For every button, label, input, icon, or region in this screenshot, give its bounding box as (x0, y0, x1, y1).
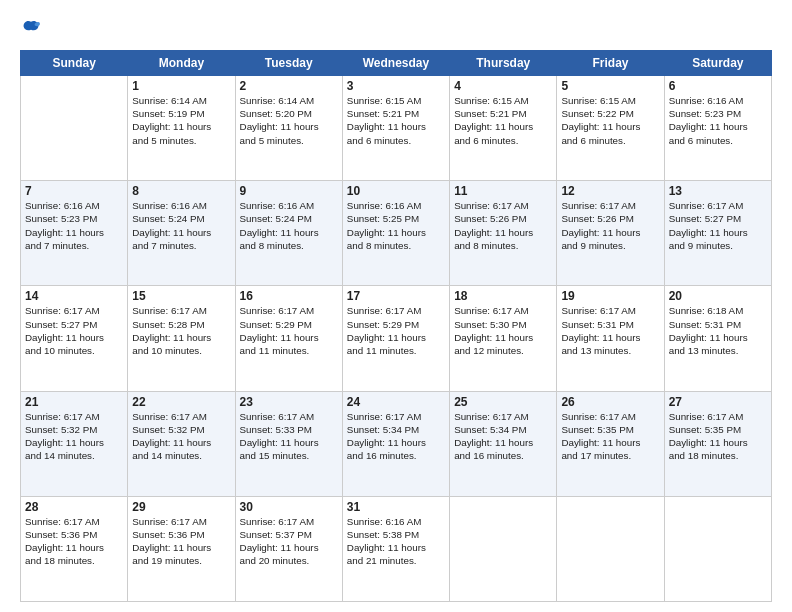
day-info: Sunrise: 6:16 AM Sunset: 5:25 PM Dayligh… (347, 199, 445, 252)
calendar-cell: 25Sunrise: 6:17 AM Sunset: 5:34 PM Dayli… (450, 391, 557, 496)
day-number: 22 (132, 395, 230, 409)
weekday-header-tuesday: Tuesday (235, 51, 342, 76)
calendar-cell: 5Sunrise: 6:15 AM Sunset: 5:22 PM Daylig… (557, 76, 664, 181)
weekday-header-sunday: Sunday (21, 51, 128, 76)
calendar-cell: 29Sunrise: 6:17 AM Sunset: 5:36 PM Dayli… (128, 496, 235, 601)
calendar-cell: 20Sunrise: 6:18 AM Sunset: 5:31 PM Dayli… (664, 286, 771, 391)
day-info: Sunrise: 6:17 AM Sunset: 5:35 PM Dayligh… (669, 410, 767, 463)
day-info: Sunrise: 6:14 AM Sunset: 5:20 PM Dayligh… (240, 94, 338, 147)
calendar: SundayMondayTuesdayWednesdayThursdayFrid… (20, 50, 772, 602)
weekday-header-wednesday: Wednesday (342, 51, 449, 76)
day-info: Sunrise: 6:17 AM Sunset: 5:32 PM Dayligh… (132, 410, 230, 463)
calendar-cell (450, 496, 557, 601)
calendar-cell: 10Sunrise: 6:16 AM Sunset: 5:25 PM Dayli… (342, 181, 449, 286)
day-number: 29 (132, 500, 230, 514)
day-number: 2 (240, 79, 338, 93)
day-number: 8 (132, 184, 230, 198)
day-info: Sunrise: 6:16 AM Sunset: 5:23 PM Dayligh… (669, 94, 767, 147)
calendar-cell: 1Sunrise: 6:14 AM Sunset: 5:19 PM Daylig… (128, 76, 235, 181)
day-number: 12 (561, 184, 659, 198)
day-number: 5 (561, 79, 659, 93)
calendar-cell: 8Sunrise: 6:16 AM Sunset: 5:24 PM Daylig… (128, 181, 235, 286)
day-info: Sunrise: 6:14 AM Sunset: 5:19 PM Dayligh… (132, 94, 230, 147)
weekday-header-monday: Monday (128, 51, 235, 76)
logo (20, 18, 46, 40)
header (20, 18, 772, 40)
day-info: Sunrise: 6:16 AM Sunset: 5:23 PM Dayligh… (25, 199, 123, 252)
day-info: Sunrise: 6:17 AM Sunset: 5:29 PM Dayligh… (347, 304, 445, 357)
day-number: 6 (669, 79, 767, 93)
day-number: 7 (25, 184, 123, 198)
day-info: Sunrise: 6:16 AM Sunset: 5:38 PM Dayligh… (347, 515, 445, 568)
day-number: 3 (347, 79, 445, 93)
calendar-cell: 21Sunrise: 6:17 AM Sunset: 5:32 PM Dayli… (21, 391, 128, 496)
day-number: 11 (454, 184, 552, 198)
day-info: Sunrise: 6:17 AM Sunset: 5:26 PM Dayligh… (561, 199, 659, 252)
day-info: Sunrise: 6:17 AM Sunset: 5:35 PM Dayligh… (561, 410, 659, 463)
day-info: Sunrise: 6:17 AM Sunset: 5:37 PM Dayligh… (240, 515, 338, 568)
day-number: 23 (240, 395, 338, 409)
day-number: 13 (669, 184, 767, 198)
day-info: Sunrise: 6:17 AM Sunset: 5:29 PM Dayligh… (240, 304, 338, 357)
week-row-1: 1Sunrise: 6:14 AM Sunset: 5:19 PM Daylig… (21, 76, 772, 181)
day-info: Sunrise: 6:17 AM Sunset: 5:27 PM Dayligh… (25, 304, 123, 357)
calendar-cell: 28Sunrise: 6:17 AM Sunset: 5:36 PM Dayli… (21, 496, 128, 601)
weekday-header-thursday: Thursday (450, 51, 557, 76)
day-number: 16 (240, 289, 338, 303)
calendar-cell: 9Sunrise: 6:16 AM Sunset: 5:24 PM Daylig… (235, 181, 342, 286)
day-number: 10 (347, 184, 445, 198)
day-number: 21 (25, 395, 123, 409)
day-info: Sunrise: 6:15 AM Sunset: 5:21 PM Dayligh… (347, 94, 445, 147)
day-number: 24 (347, 395, 445, 409)
day-number: 15 (132, 289, 230, 303)
week-row-2: 7Sunrise: 6:16 AM Sunset: 5:23 PM Daylig… (21, 181, 772, 286)
day-info: Sunrise: 6:16 AM Sunset: 5:24 PM Dayligh… (240, 199, 338, 252)
day-info: Sunrise: 6:16 AM Sunset: 5:24 PM Dayligh… (132, 199, 230, 252)
calendar-cell: 19Sunrise: 6:17 AM Sunset: 5:31 PM Dayli… (557, 286, 664, 391)
day-info: Sunrise: 6:17 AM Sunset: 5:36 PM Dayligh… (25, 515, 123, 568)
day-number: 28 (25, 500, 123, 514)
day-number: 20 (669, 289, 767, 303)
day-number: 27 (669, 395, 767, 409)
day-info: Sunrise: 6:15 AM Sunset: 5:22 PM Dayligh… (561, 94, 659, 147)
calendar-cell: 2Sunrise: 6:14 AM Sunset: 5:20 PM Daylig… (235, 76, 342, 181)
day-number: 26 (561, 395, 659, 409)
calendar-cell: 18Sunrise: 6:17 AM Sunset: 5:30 PM Dayli… (450, 286, 557, 391)
day-info: Sunrise: 6:17 AM Sunset: 5:32 PM Dayligh… (25, 410, 123, 463)
calendar-cell: 30Sunrise: 6:17 AM Sunset: 5:37 PM Dayli… (235, 496, 342, 601)
calendar-cell: 24Sunrise: 6:17 AM Sunset: 5:34 PM Dayli… (342, 391, 449, 496)
calendar-cell: 27Sunrise: 6:17 AM Sunset: 5:35 PM Dayli… (664, 391, 771, 496)
week-row-4: 21Sunrise: 6:17 AM Sunset: 5:32 PM Dayli… (21, 391, 772, 496)
day-info: Sunrise: 6:17 AM Sunset: 5:27 PM Dayligh… (669, 199, 767, 252)
calendar-cell: 23Sunrise: 6:17 AM Sunset: 5:33 PM Dayli… (235, 391, 342, 496)
weekday-header-row: SundayMondayTuesdayWednesdayThursdayFrid… (21, 51, 772, 76)
calendar-cell: 15Sunrise: 6:17 AM Sunset: 5:28 PM Dayli… (128, 286, 235, 391)
calendar-cell: 26Sunrise: 6:17 AM Sunset: 5:35 PM Dayli… (557, 391, 664, 496)
day-info: Sunrise: 6:17 AM Sunset: 5:34 PM Dayligh… (347, 410, 445, 463)
calendar-cell: 11Sunrise: 6:17 AM Sunset: 5:26 PM Dayli… (450, 181, 557, 286)
day-info: Sunrise: 6:17 AM Sunset: 5:26 PM Dayligh… (454, 199, 552, 252)
day-number: 4 (454, 79, 552, 93)
weekday-header-saturday: Saturday (664, 51, 771, 76)
day-number: 1 (132, 79, 230, 93)
day-info: Sunrise: 6:17 AM Sunset: 5:28 PM Dayligh… (132, 304, 230, 357)
weekday-header-friday: Friday (557, 51, 664, 76)
day-info: Sunrise: 6:17 AM Sunset: 5:33 PM Dayligh… (240, 410, 338, 463)
calendar-cell: 13Sunrise: 6:17 AM Sunset: 5:27 PM Dayli… (664, 181, 771, 286)
day-number: 9 (240, 184, 338, 198)
day-number: 14 (25, 289, 123, 303)
week-row-5: 28Sunrise: 6:17 AM Sunset: 5:36 PM Dayli… (21, 496, 772, 601)
day-info: Sunrise: 6:17 AM Sunset: 5:30 PM Dayligh… (454, 304, 552, 357)
page: SundayMondayTuesdayWednesdayThursdayFrid… (0, 0, 792, 612)
day-number: 30 (240, 500, 338, 514)
day-number: 19 (561, 289, 659, 303)
calendar-cell: 12Sunrise: 6:17 AM Sunset: 5:26 PM Dayli… (557, 181, 664, 286)
calendar-cell: 22Sunrise: 6:17 AM Sunset: 5:32 PM Dayli… (128, 391, 235, 496)
calendar-cell: 16Sunrise: 6:17 AM Sunset: 5:29 PM Dayli… (235, 286, 342, 391)
day-info: Sunrise: 6:17 AM Sunset: 5:36 PM Dayligh… (132, 515, 230, 568)
week-row-3: 14Sunrise: 6:17 AM Sunset: 5:27 PM Dayli… (21, 286, 772, 391)
calendar-cell: 31Sunrise: 6:16 AM Sunset: 5:38 PM Dayli… (342, 496, 449, 601)
day-number: 31 (347, 500, 445, 514)
calendar-cell (664, 496, 771, 601)
logo-icon (20, 18, 42, 40)
